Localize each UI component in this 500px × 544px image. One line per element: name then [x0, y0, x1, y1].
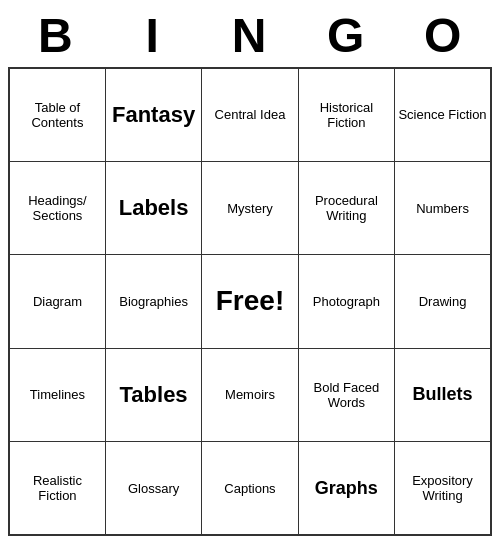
cell-r3-c1: Tables	[105, 348, 201, 441]
cell-r4-c3: Graphs	[298, 442, 394, 535]
cell-r0-c1: Fantasy	[105, 68, 201, 161]
title-letter-g: G	[298, 8, 395, 63]
cell-r1-c4: Numbers	[395, 161, 491, 254]
cell-r3-c2: Memoirs	[202, 348, 298, 441]
cell-r1-c2: Mystery	[202, 161, 298, 254]
cell-r3-c4: Bullets	[395, 348, 491, 441]
cell-r2-c3: Photograph	[298, 255, 394, 348]
cell-r2-c0: Diagram	[9, 255, 105, 348]
cell-r2-c4: Drawing	[395, 255, 491, 348]
bingo-grid: Table of ContentsFantasyCentral IdeaHist…	[8, 67, 492, 536]
cell-r4-c4: Expository Writing	[395, 442, 491, 535]
cell-r0-c3: Historical Fiction	[298, 68, 394, 161]
title-letter-o: O	[395, 8, 492, 63]
cell-r0-c0: Table of Contents	[9, 68, 105, 161]
cell-r0-c2: Central Idea	[202, 68, 298, 161]
title-letter-i: I	[105, 8, 202, 63]
cell-r1-c1: Labels	[105, 161, 201, 254]
cell-r3-c0: Timelines	[9, 348, 105, 441]
title-letter-n: N	[202, 8, 299, 63]
bingo-title: B I N G O	[8, 8, 492, 63]
cell-r2-c2: Free!	[202, 255, 298, 348]
cell-r0-c4: Science Fiction	[395, 68, 491, 161]
cell-r1-c0: Headings/ Sections	[9, 161, 105, 254]
cell-r2-c1: Biographies	[105, 255, 201, 348]
cell-r4-c0: Realistic Fiction	[9, 442, 105, 535]
title-letter-b: B	[8, 8, 105, 63]
cell-r4-c2: Captions	[202, 442, 298, 535]
cell-r3-c3: Bold Faced Words	[298, 348, 394, 441]
cell-r4-c1: Glossary	[105, 442, 201, 535]
cell-r1-c3: Procedural Writing	[298, 161, 394, 254]
